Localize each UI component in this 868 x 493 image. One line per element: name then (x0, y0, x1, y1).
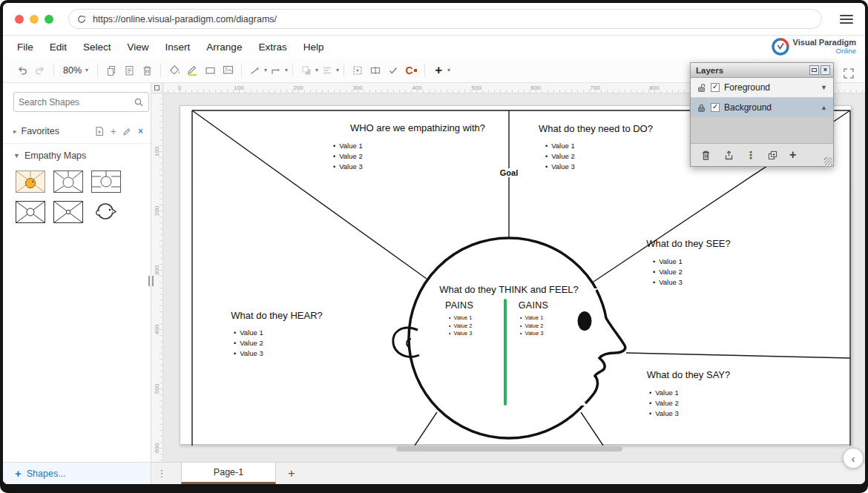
browser-menu-icon[interactable] (840, 15, 853, 24)
value-item[interactable]: Value 1 (653, 257, 683, 267)
need-do-values[interactable]: Value 1 Value 2 Value 3 (545, 141, 575, 172)
lock-icon[interactable] (697, 103, 706, 113)
value-item[interactable]: Value 1 (333, 141, 363, 151)
goal-label[interactable]: Goal (492, 168, 526, 177)
url-bar[interactable]: https://online.visual-paradigm.com/diagr… (68, 9, 822, 29)
layer-visibility-checkbox[interactable] (711, 83, 720, 92)
page-tab[interactable]: Page-1 (181, 463, 276, 484)
elbow-connector-button[interactable] (267, 62, 285, 79)
layer-row-foreground[interactable]: Foreground ▼ (691, 78, 833, 98)
value-item[interactable]: Value 2 (449, 322, 472, 331)
search-box[interactable] (13, 92, 149, 112)
export-layer-icon[interactable] (723, 149, 735, 162)
layer-name[interactable]: Foreground (724, 82, 770, 93)
think-feel-title[interactable]: What do they THINK and FEEL? (401, 284, 617, 295)
window-zoom-dot[interactable] (45, 15, 53, 24)
value-item[interactable]: Value 3 (653, 277, 683, 288)
layers-panel[interactable]: Layers × Foreground ▼ Background ▲ (690, 62, 834, 167)
undo-button[interactable] (13, 62, 31, 79)
empathy-maps-header[interactable]: ▼ Empathy Maps (3, 144, 151, 165)
zoom-dropdown-icon[interactable]: ▾ (85, 67, 88, 73)
value-item[interactable]: Value 2 (520, 322, 543, 331)
snap-check-button[interactable] (384, 62, 402, 79)
value-item[interactable]: Value 3 (234, 348, 263, 359)
bring-to-front-button[interactable] (297, 62, 315, 79)
value-item[interactable]: Value 1 (649, 388, 679, 398)
value-item[interactable]: Value 2 (333, 151, 363, 162)
fit-page-button[interactable] (349, 62, 366, 79)
value-item[interactable]: Value 3 (545, 162, 575, 172)
align-dropdown-icon[interactable]: ▾ (336, 67, 339, 73)
add-shape-button[interactable]: + (430, 62, 447, 79)
close-section-icon[interactable]: × (138, 127, 143, 136)
thumb-empathy-map-x-small[interactable] (53, 200, 84, 224)
thumb-empathy-map-colored[interactable] (15, 170, 46, 193)
reload-icon[interactable] (76, 14, 87, 24)
layer-row-background[interactable]: Background ▲ (691, 98, 833, 118)
redo-button[interactable] (31, 62, 49, 79)
delete-button[interactable] (138, 62, 156, 79)
url-text[interactable]: https://online.visual-paradigm.com/diagr… (93, 14, 277, 24)
search-input[interactable] (19, 97, 134, 107)
see-title[interactable]: What do they SEE? (603, 238, 774, 249)
collapse-panel-button[interactable]: ‹ (843, 448, 864, 469)
layers-panel-resize-grip[interactable] (824, 157, 832, 165)
pages-menu-icon[interactable]: ⋮ (151, 463, 172, 484)
fullscreen-button[interactable] (840, 64, 858, 82)
add-layer-icon[interactable]: + (789, 149, 796, 161)
horizontal-scrollbar[interactable] (396, 446, 622, 451)
layers-more-icon[interactable]: ⋮ (746, 150, 756, 160)
hear-title[interactable]: What do they HEAR? (203, 310, 351, 321)
pains-values[interactable]: Value 1 Value 2 Value 3 (449, 314, 472, 338)
value-item[interactable]: Value 1 (545, 141, 575, 151)
line-color-button[interactable] (183, 62, 201, 79)
menu-select[interactable]: Select (75, 42, 119, 53)
delete-layer-icon[interactable] (700, 149, 712, 162)
add-page-button[interactable]: + (276, 463, 307, 484)
layer-name[interactable]: Background (724, 102, 772, 113)
layer-visibility-checkbox[interactable] (711, 103, 720, 112)
menu-edit[interactable]: Edit (42, 42, 75, 53)
value-item[interactable]: Value 3 (333, 162, 363, 172)
layers-close-button[interactable]: × (821, 65, 830, 75)
search-icon[interactable] (134, 97, 144, 107)
image-shape-button[interactable] (219, 62, 237, 79)
move-layer-down-icon[interactable]: ▼ (821, 84, 827, 91)
value-item[interactable]: Value 3 (520, 330, 543, 338)
empathy-maps-expand-icon[interactable]: ▼ (13, 152, 20, 159)
gains-values[interactable]: Value 1 Value 2 Value 3 (520, 314, 543, 338)
need-do-title[interactable]: What do they need to DO? (514, 123, 677, 134)
unlock-icon[interactable] (697, 83, 706, 93)
window-close-dot[interactable] (15, 15, 24, 24)
zoom-control[interactable]: 80% ▾ (59, 65, 93, 76)
gains-title[interactable]: GAINS (489, 300, 578, 311)
value-item[interactable]: Value 2 (649, 398, 679, 408)
new-stencil-icon[interactable] (94, 126, 105, 136)
menu-arrange[interactable]: Arrange (198, 42, 250, 53)
layers-minimize-button[interactable] (809, 65, 819, 75)
window-minimize-dot[interactable] (30, 15, 39, 24)
favorites-header[interactable]: ▸ Favorites + × (3, 119, 151, 144)
elbow-dropdown-icon[interactable]: ▾ (285, 67, 288, 73)
value-item[interactable]: Value 1 (520, 314, 543, 322)
menu-insert[interactable]: Insert (157, 42, 199, 53)
value-item[interactable]: Value 1 (234, 328, 263, 338)
value-item[interactable]: Value 2 (545, 151, 575, 162)
hear-values[interactable]: Value 1 Value 2 Value 3 (234, 328, 263, 359)
shape-style-button[interactable] (201, 62, 219, 79)
fill-color-button[interactable] (165, 62, 183, 79)
edit-pencil-icon[interactable] (122, 127, 132, 136)
who-values[interactable]: Value 1 Value 2 Value 3 (333, 141, 363, 172)
add-shape-dropdown-icon[interactable]: ▾ (447, 67, 450, 73)
thumb-empathy-map-variant[interactable] (91, 170, 122, 193)
fit-width-button[interactable] (366, 62, 384, 79)
favorites-expand-icon[interactable]: ▸ (13, 128, 17, 135)
more-shapes-button[interactable]: + Shapes... (3, 462, 151, 484)
ruler-origin[interactable] (151, 83, 163, 93)
layers-panel-header[interactable]: Layers × (691, 63, 833, 78)
value-item[interactable]: Value 3 (649, 408, 679, 419)
menu-view[interactable]: View (119, 42, 157, 53)
thumb-empathy-map-basic[interactable] (53, 170, 84, 193)
move-layer-up-icon[interactable]: ▲ (821, 104, 827, 111)
thumb-head-profile[interactable] (91, 200, 122, 224)
